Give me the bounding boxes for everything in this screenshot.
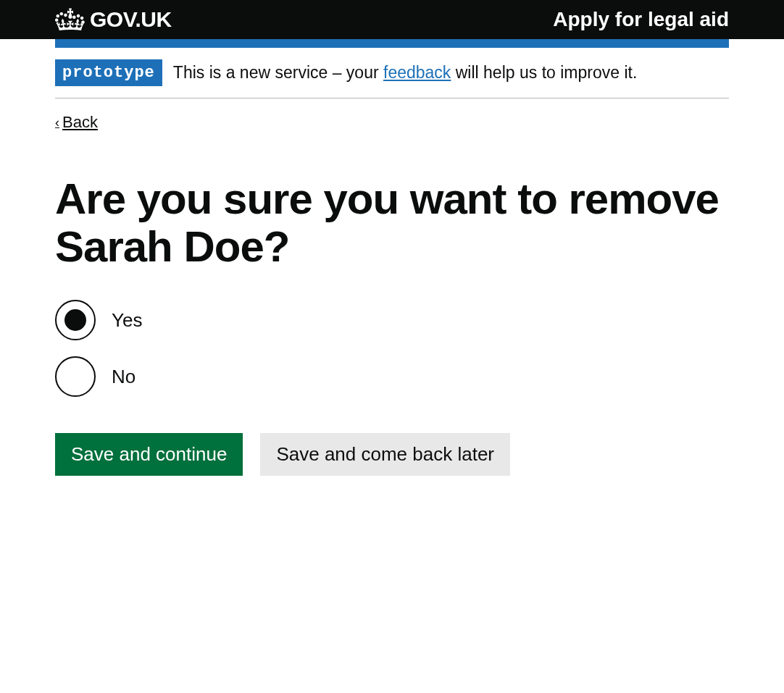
service-name[interactable]: Apply for legal aid <box>553 8 729 31</box>
button-group: Save and continue Save and come back lat… <box>55 433 729 476</box>
radio-option-yes[interactable]: Yes <box>55 300 729 340</box>
phase-tag: prototype <box>55 59 162 86</box>
radio-input-no[interactable] <box>55 356 96 397</box>
back-link[interactable]: ‹ Back <box>55 113 98 132</box>
radio-input-yes[interactable] <box>55 300 96 340</box>
crown-icon <box>55 7 86 32</box>
radio-label: No <box>112 366 135 388</box>
radio-label: Yes <box>112 309 142 332</box>
main-content: Are you sure you want to remove Sarah Do… <box>55 132 729 476</box>
site-header: GOV.UK Apply for legal aid <box>0 0 784 39</box>
feedback-link[interactable]: feedback <box>383 63 451 82</box>
radio-group: Yes No <box>55 300 729 397</box>
header-blue-bar <box>44 39 740 48</box>
phase-banner: prototype This is a new service – your f… <box>55 48 729 98</box>
chevron-left-icon: ‹ <box>55 115 59 130</box>
govuk-logo[interactable]: GOV.UK <box>55 7 172 32</box>
page-heading: Are you sure you want to remove Sarah Do… <box>55 175 729 271</box>
phase-banner-text: This is a new service – your feedback wi… <box>173 63 637 83</box>
logo-text: GOV.UK <box>90 7 172 32</box>
radio-option-no[interactable]: No <box>55 356 729 397</box>
save-continue-button[interactable]: Save and continue <box>55 433 243 476</box>
save-later-button[interactable]: Save and come back later <box>260 433 510 476</box>
